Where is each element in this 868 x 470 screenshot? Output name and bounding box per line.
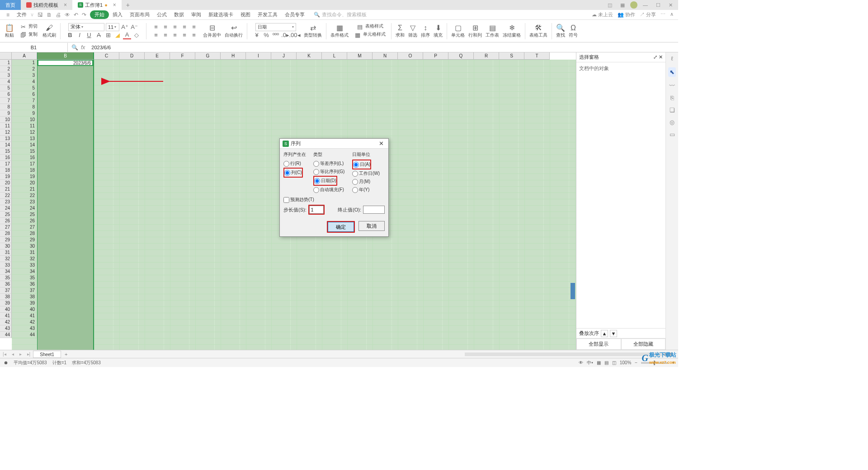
cell-a11[interactable]: 11 bbox=[12, 123, 37, 129]
filter-icon[interactable]: ▽ bbox=[409, 24, 417, 32]
cond-format-icon[interactable]: ▦ bbox=[335, 24, 344, 32]
cloud-status[interactable]: ☁ 未上云 bbox=[592, 11, 613, 18]
row-head[interactable]: 33 bbox=[0, 262, 12, 268]
first-sheet-button[interactable]: |◂ bbox=[0, 352, 9, 357]
cell-a9[interactable]: 9 bbox=[12, 110, 37, 117]
sort-icon[interactable]: ↕ bbox=[421, 24, 429, 32]
redo-icon[interactable]: ↷ bbox=[82, 12, 86, 18]
fx-search-icon[interactable]: 🔍 bbox=[71, 44, 78, 51]
end-input[interactable] bbox=[363, 206, 385, 214]
row-head[interactable]: 11 bbox=[0, 123, 12, 129]
collapse-ribbon-icon[interactable]: ∧ bbox=[670, 11, 674, 18]
cell-a43[interactable]: 43 bbox=[12, 325, 37, 332]
add-tab-button[interactable]: + bbox=[122, 1, 134, 9]
eye-icon[interactable]: 👁 bbox=[579, 360, 583, 365]
name-box[interactable]: B1 bbox=[0, 43, 68, 52]
view-normal-icon[interactable]: ▦ bbox=[597, 360, 601, 365]
row-head[interactable]: 9 bbox=[0, 110, 12, 117]
inc-font-icon[interactable]: A⁺ bbox=[121, 23, 129, 31]
cell-a19[interactable]: 19 bbox=[12, 174, 37, 180]
cell-a1[interactable]: 1 bbox=[12, 60, 37, 66]
show-all-button[interactable]: 全部显示 bbox=[576, 338, 621, 350]
zoom-out-button[interactable]: − bbox=[635, 360, 637, 365]
col-head-F[interactable]: F bbox=[170, 52, 195, 60]
copy-icon[interactable]: 🗐 bbox=[19, 31, 27, 39]
dec-font-icon[interactable]: A⁻ bbox=[130, 23, 138, 31]
radio-day[interactable]: 日(A) bbox=[353, 160, 370, 169]
cell-a40[interactable]: 40 bbox=[12, 306, 37, 313]
close-icon[interactable]: × bbox=[64, 2, 67, 8]
menu-start[interactable]: 开始 bbox=[90, 10, 109, 19]
row-head[interactable]: 30 bbox=[0, 243, 12, 249]
row-head[interactable]: 35 bbox=[0, 275, 12, 281]
record-icon[interactable]: ⏺ bbox=[4, 360, 8, 365]
row-head[interactable]: 22 bbox=[0, 193, 12, 199]
saveas-icon[interactable]: 🗎 bbox=[47, 12, 52, 18]
side-tab-indicator[interactable] bbox=[571, 283, 575, 299]
dialog-close-button[interactable]: ✕ bbox=[377, 140, 386, 147]
cell-a14[interactable]: 14 bbox=[12, 142, 37, 148]
clear-format-icon[interactable]: ◇ bbox=[132, 31, 141, 39]
dialog-titlebar[interactable]: S 序列 ✕ bbox=[280, 139, 388, 149]
row-head[interactable]: 27 bbox=[0, 224, 12, 230]
col-head-M[interactable]: M bbox=[347, 52, 373, 60]
cell-a8[interactable]: 8 bbox=[12, 104, 37, 110]
cell-a37[interactable]: 37 bbox=[12, 287, 37, 294]
radio-row[interactable]: 行(R) bbox=[283, 160, 313, 168]
cell-a18[interactable]: 18 bbox=[12, 167, 37, 174]
freeze-icon[interactable]: ❄ bbox=[508, 24, 516, 32]
row-head[interactable]: 42 bbox=[0, 319, 12, 325]
col-head-C[interactable]: C bbox=[94, 52, 119, 60]
cell-a25[interactable]: 25 bbox=[12, 212, 37, 218]
col-head-P[interactable]: P bbox=[423, 52, 448, 60]
find-icon[interactable]: 🔍 bbox=[557, 24, 565, 32]
close-icon[interactable]: × bbox=[113, 2, 116, 8]
share-button[interactable]: ↗ 分享 bbox=[640, 11, 656, 18]
print-icon[interactable]: 🖨 bbox=[56, 12, 61, 18]
col-head-G[interactable]: G bbox=[195, 52, 221, 60]
percent-icon[interactable]: % bbox=[262, 31, 270, 39]
cut-icon[interactable]: ✂ bbox=[19, 23, 27, 31]
menu-formula[interactable]: 公式 bbox=[153, 11, 170, 18]
row-head[interactable]: 18 bbox=[0, 167, 12, 174]
hide-all-button[interactable]: 全部隐藏 bbox=[621, 338, 666, 350]
row-head[interactable]: 36 bbox=[0, 281, 12, 287]
row-head[interactable]: 38 bbox=[0, 294, 12, 300]
row-head[interactable]: 3 bbox=[0, 72, 12, 79]
minimize-button[interactable]: — bbox=[640, 1, 651, 9]
prev-sheet-button[interactable]: ◂ bbox=[9, 352, 17, 357]
col-head-B[interactable]: B bbox=[37, 52, 94, 60]
cell-a2[interactable]: 2 bbox=[12, 66, 37, 72]
fill-color-icon[interactable]: ◢ bbox=[113, 31, 122, 39]
row-head[interactable]: 17 bbox=[0, 161, 12, 167]
cell-a27[interactable]: 27 bbox=[12, 224, 37, 230]
preview-icon[interactable]: 👁 bbox=[65, 12, 70, 18]
cell-a36[interactable]: 36 bbox=[12, 281, 37, 287]
symbol-icon[interactable]: Ω bbox=[569, 24, 577, 32]
row-head[interactable]: 43 bbox=[0, 325, 12, 332]
cell-a22[interactable]: 22 bbox=[12, 193, 37, 199]
row-head[interactable]: 29 bbox=[0, 237, 12, 243]
select-all-corner[interactable] bbox=[0, 52, 12, 60]
ok-button[interactable]: 确定 bbox=[328, 222, 354, 232]
row-head[interactable]: 25 bbox=[0, 212, 12, 218]
sum-icon[interactable]: Σ bbox=[396, 24, 404, 32]
sheet-icon2[interactable]: ▤ bbox=[488, 24, 496, 32]
col-head-H[interactable]: H bbox=[221, 52, 246, 60]
rowcol-icon[interactable]: ⊞ bbox=[471, 24, 479, 32]
row-head[interactable]: 37 bbox=[0, 287, 12, 294]
row-head[interactable]: 32 bbox=[0, 256, 12, 262]
location-icon[interactable]: ◎ bbox=[670, 119, 675, 126]
row-head[interactable]: 20 bbox=[0, 180, 12, 186]
cell-icon[interactable]: ▢ bbox=[454, 24, 462, 32]
row-head[interactable]: 31 bbox=[0, 249, 12, 256]
cell-a16[interactable]: 16 bbox=[12, 155, 37, 161]
radio-month[interactable]: 月(M) bbox=[352, 178, 385, 186]
font-name-select[interactable]: 宋体▾ bbox=[68, 23, 104, 31]
tab-workbook[interactable]: S 工作簿1 ● × bbox=[72, 0, 122, 10]
radio-weekday[interactable]: 工作日(W) bbox=[352, 169, 385, 178]
radio-autofill[interactable]: 自动填充(F) bbox=[313, 186, 352, 194]
row-head[interactable]: 44 bbox=[0, 332, 12, 338]
cell-a20[interactable]: 20 bbox=[12, 180, 37, 186]
tablestyle-icon[interactable]: ▤ bbox=[356, 23, 364, 31]
